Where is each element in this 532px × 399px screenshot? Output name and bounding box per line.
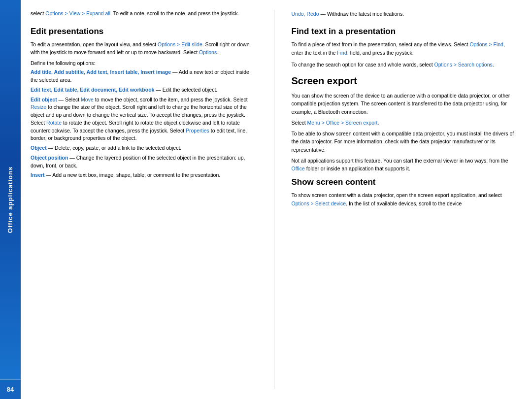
find-field-link[interactable]: Find:	[337, 50, 348, 56]
options-edit-slide-link[interactable]: Options > Edit slide	[158, 41, 202, 47]
show-screen-para1: To show screen content with a data proje…	[292, 191, 518, 207]
option-edit-object-label: Edit object	[31, 97, 57, 102]
find-text-para2: To change the search option for case and…	[292, 61, 518, 68]
option-object-position: Object position — Change the layered pos…	[31, 154, 257, 170]
sidebar: Office applications 84	[0, 0, 21, 399]
option-add-title: Add title, Add subtitle, Add text, Inser…	[31, 68, 257, 84]
page-number-box: 84	[0, 379, 21, 399]
right-top-text: Undo, Redo — Withdraw the latest modific…	[292, 10, 518, 18]
screen-export-para2: To be able to show screen content with a…	[292, 130, 518, 154]
option-object: Object — Delete, copy, paste, or add a l…	[31, 144, 257, 152]
option-edit-text-label: Edit text, Edit table, Edit document, Ed…	[31, 87, 154, 93]
option-insert: Insert — Add a new text box, image, shap…	[31, 171, 257, 179]
left-column: select Options > View > Expand all. To e…	[31, 10, 257, 389]
show-screen-heading: Show screen content	[292, 177, 518, 187]
page-container: Office applications 84 select Options > …	[0, 0, 532, 399]
move-link[interactable]: Move	[81, 97, 94, 102]
options-select-device-link[interactable]: Options > Select device	[292, 200, 346, 206]
option-edit-text: Edit text, Edit table, Edit document, Ed…	[31, 86, 257, 94]
edit-presentations-intro: To edit a presentation, open the layout …	[31, 40, 257, 57]
edit-presentations-heading: Edit presentations	[31, 27, 257, 36]
find-text-heading: Find text in a presentation	[292, 27, 518, 36]
undo-redo-link[interactable]: Undo, Redo	[292, 11, 319, 17]
screen-export-heading: Screen export	[292, 75, 518, 87]
resize-link[interactable]: Resize	[31, 104, 46, 110]
content-area: select Options > View > Expand all. To e…	[21, 0, 532, 399]
screen-export-para1: You can show the screen of the device to…	[292, 92, 518, 116]
screen-export-para3: Not all applications support this featur…	[292, 157, 518, 173]
options-search-link[interactable]: Options > Search options	[434, 62, 493, 67]
option-object-label: Object	[31, 145, 47, 151]
properties-link[interactable]: Properties	[186, 128, 209, 133]
option-insert-label: Insert	[31, 172, 45, 178]
options-link-1[interactable]: Options	[199, 49, 217, 55]
option-object-position-label: Object position	[31, 155, 68, 161]
rotate-link[interactable]: Rotate	[46, 120, 62, 126]
option-add-title-label: Add title, Add subtitle, Add text, Inser…	[31, 69, 171, 75]
define-options-label: Define the following options:	[31, 60, 257, 66]
find-text-para1: To find a piece of text from in the pres…	[292, 40, 518, 57]
screen-export-select-line: Select Menu > Office > Screen export.	[292, 119, 518, 127]
menu-office-screen-export-link[interactable]: Menu > Office > Screen export	[307, 120, 378, 126]
column-divider	[274, 10, 274, 389]
right-column: Undo, Redo — Withdraw the latest modific…	[292, 10, 518, 389]
sidebar-label: Office applications	[7, 166, 14, 233]
option-edit-object: Edit object — Select Move to move the ob…	[31, 96, 257, 143]
office-folder-link[interactable]: Office	[292, 166, 305, 171]
options-find-link[interactable]: Options > Find	[469, 41, 503, 47]
page-number: 84	[7, 386, 14, 393]
options-view-expand-link[interactable]: Options > View > Expand all	[45, 10, 110, 16]
left-top-text: select Options > View > Expand all. To e…	[31, 10, 257, 18]
